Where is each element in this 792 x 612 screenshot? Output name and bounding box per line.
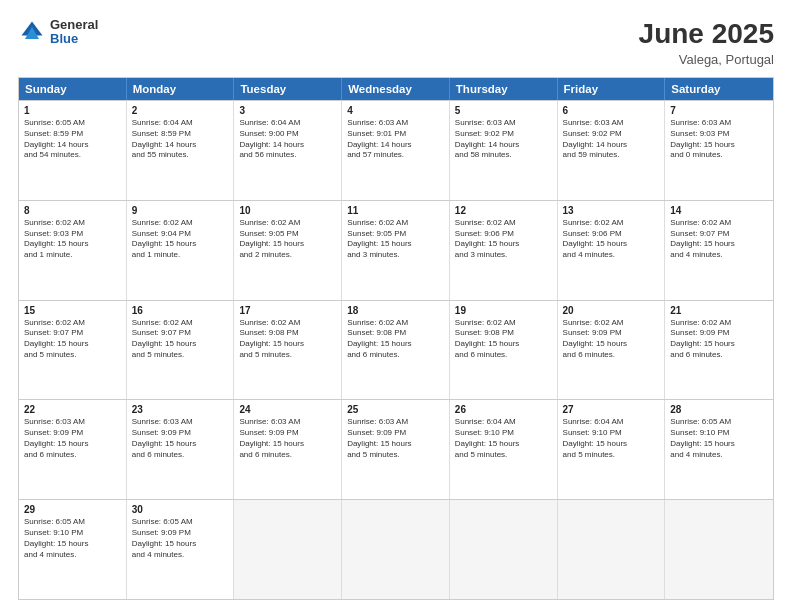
calendar-day-13: 13Sunrise: 6:02 AM Sunset: 9:06 PM Dayli… — [558, 201, 666, 300]
day-info: Sunrise: 6:04 AM Sunset: 8:59 PM Dayligh… — [132, 118, 229, 161]
calendar-empty-cell — [234, 500, 342, 599]
day-info: Sunrise: 6:03 AM Sunset: 9:09 PM Dayligh… — [24, 417, 121, 460]
calendar-day-14: 14Sunrise: 6:02 AM Sunset: 9:07 PM Dayli… — [665, 201, 773, 300]
calendar-header-sunday: Sunday — [19, 78, 127, 100]
calendar-day-29: 29Sunrise: 6:05 AM Sunset: 9:10 PM Dayli… — [19, 500, 127, 599]
day-number: 16 — [132, 305, 229, 316]
calendar-week-4: 22Sunrise: 6:03 AM Sunset: 9:09 PM Dayli… — [19, 399, 773, 499]
day-info: Sunrise: 6:03 AM Sunset: 9:02 PM Dayligh… — [563, 118, 660, 161]
day-info: Sunrise: 6:02 AM Sunset: 9:04 PM Dayligh… — [132, 218, 229, 261]
day-number: 3 — [239, 105, 336, 116]
calendar-day-20: 20Sunrise: 6:02 AM Sunset: 9:09 PM Dayli… — [558, 301, 666, 400]
day-info: Sunrise: 6:02 AM Sunset: 9:08 PM Dayligh… — [239, 318, 336, 361]
day-number: 24 — [239, 404, 336, 415]
calendar-day-21: 21Sunrise: 6:02 AM Sunset: 9:09 PM Dayli… — [665, 301, 773, 400]
day-number: 23 — [132, 404, 229, 415]
day-info: Sunrise: 6:04 AM Sunset: 9:10 PM Dayligh… — [455, 417, 552, 460]
day-number: 29 — [24, 504, 121, 515]
title-block: June 2025 Valega, Portugal — [639, 18, 774, 67]
logo-text: General Blue — [50, 18, 98, 47]
calendar-day-15: 15Sunrise: 6:02 AM Sunset: 9:07 PM Dayli… — [19, 301, 127, 400]
day-number: 6 — [563, 105, 660, 116]
day-number: 28 — [670, 404, 768, 415]
calendar-day-10: 10Sunrise: 6:02 AM Sunset: 9:05 PM Dayli… — [234, 201, 342, 300]
calendar-empty-cell — [558, 500, 666, 599]
day-info: Sunrise: 6:02 AM Sunset: 9:08 PM Dayligh… — [455, 318, 552, 361]
day-number: 12 — [455, 205, 552, 216]
calendar-header-monday: Monday — [127, 78, 235, 100]
day-info: Sunrise: 6:02 AM Sunset: 9:08 PM Dayligh… — [347, 318, 444, 361]
day-number: 18 — [347, 305, 444, 316]
page: General Blue June 2025 Valega, Portugal … — [0, 0, 792, 612]
logo: General Blue — [18, 18, 98, 47]
day-info: Sunrise: 6:02 AM Sunset: 9:07 PM Dayligh… — [24, 318, 121, 361]
title-location: Valega, Portugal — [639, 52, 774, 67]
calendar-day-2: 2Sunrise: 6:04 AM Sunset: 8:59 PM Daylig… — [127, 101, 235, 200]
calendar-day-8: 8Sunrise: 6:02 AM Sunset: 9:03 PM Daylig… — [19, 201, 127, 300]
calendar-day-3: 3Sunrise: 6:04 AM Sunset: 9:00 PM Daylig… — [234, 101, 342, 200]
calendar-day-5: 5Sunrise: 6:03 AM Sunset: 9:02 PM Daylig… — [450, 101, 558, 200]
day-info: Sunrise: 6:05 AM Sunset: 9:10 PM Dayligh… — [670, 417, 768, 460]
calendar-day-17: 17Sunrise: 6:02 AM Sunset: 9:08 PM Dayli… — [234, 301, 342, 400]
day-number: 17 — [239, 305, 336, 316]
calendar-day-24: 24Sunrise: 6:03 AM Sunset: 9:09 PM Dayli… — [234, 400, 342, 499]
day-number: 14 — [670, 205, 768, 216]
calendar-week-1: 1Sunrise: 6:05 AM Sunset: 8:59 PM Daylig… — [19, 100, 773, 200]
calendar-day-12: 12Sunrise: 6:02 AM Sunset: 9:06 PM Dayli… — [450, 201, 558, 300]
calendar-day-18: 18Sunrise: 6:02 AM Sunset: 9:08 PM Dayli… — [342, 301, 450, 400]
day-info: Sunrise: 6:03 AM Sunset: 9:01 PM Dayligh… — [347, 118, 444, 161]
calendar-empty-cell — [450, 500, 558, 599]
calendar-empty-cell — [665, 500, 773, 599]
calendar-header-tuesday: Tuesday — [234, 78, 342, 100]
day-info: Sunrise: 6:02 AM Sunset: 9:03 PM Dayligh… — [24, 218, 121, 261]
day-number: 10 — [239, 205, 336, 216]
day-info: Sunrise: 6:02 AM Sunset: 9:05 PM Dayligh… — [347, 218, 444, 261]
calendar-day-4: 4Sunrise: 6:03 AM Sunset: 9:01 PM Daylig… — [342, 101, 450, 200]
day-info: Sunrise: 6:03 AM Sunset: 9:09 PM Dayligh… — [132, 417, 229, 460]
day-info: Sunrise: 6:05 AM Sunset: 9:09 PM Dayligh… — [132, 517, 229, 560]
day-info: Sunrise: 6:02 AM Sunset: 9:05 PM Dayligh… — [239, 218, 336, 261]
calendar-day-19: 19Sunrise: 6:02 AM Sunset: 9:08 PM Dayli… — [450, 301, 558, 400]
day-number: 1 — [24, 105, 121, 116]
day-number: 26 — [455, 404, 552, 415]
day-number: 15 — [24, 305, 121, 316]
day-info: Sunrise: 6:02 AM Sunset: 9:07 PM Dayligh… — [670, 218, 768, 261]
calendar-day-26: 26Sunrise: 6:04 AM Sunset: 9:10 PM Dayli… — [450, 400, 558, 499]
day-info: Sunrise: 6:02 AM Sunset: 9:09 PM Dayligh… — [670, 318, 768, 361]
title-month: June 2025 — [639, 18, 774, 50]
day-number: 7 — [670, 105, 768, 116]
day-number: 5 — [455, 105, 552, 116]
header: General Blue June 2025 Valega, Portugal — [18, 18, 774, 67]
day-number: 25 — [347, 404, 444, 415]
day-info: Sunrise: 6:03 AM Sunset: 9:09 PM Dayligh… — [239, 417, 336, 460]
day-info: Sunrise: 6:05 AM Sunset: 8:59 PM Dayligh… — [24, 118, 121, 161]
logo-general-label: General — [50, 18, 98, 32]
logo-icon — [18, 18, 46, 46]
day-info: Sunrise: 6:02 AM Sunset: 9:07 PM Dayligh… — [132, 318, 229, 361]
calendar-day-28: 28Sunrise: 6:05 AM Sunset: 9:10 PM Dayli… — [665, 400, 773, 499]
day-number: 22 — [24, 404, 121, 415]
calendar-empty-cell — [342, 500, 450, 599]
day-info: Sunrise: 6:04 AM Sunset: 9:00 PM Dayligh… — [239, 118, 336, 161]
calendar-week-3: 15Sunrise: 6:02 AM Sunset: 9:07 PM Dayli… — [19, 300, 773, 400]
calendar-day-11: 11Sunrise: 6:02 AM Sunset: 9:05 PM Dayli… — [342, 201, 450, 300]
calendar-day-30: 30Sunrise: 6:05 AM Sunset: 9:09 PM Dayli… — [127, 500, 235, 599]
calendar-body: 1Sunrise: 6:05 AM Sunset: 8:59 PM Daylig… — [19, 100, 773, 599]
calendar-day-23: 23Sunrise: 6:03 AM Sunset: 9:09 PM Dayli… — [127, 400, 235, 499]
calendar-header-wednesday: Wednesday — [342, 78, 450, 100]
day-number: 9 — [132, 205, 229, 216]
day-number: 21 — [670, 305, 768, 316]
day-number: 20 — [563, 305, 660, 316]
calendar-header-friday: Friday — [558, 78, 666, 100]
day-number: 2 — [132, 105, 229, 116]
day-info: Sunrise: 6:02 AM Sunset: 9:06 PM Dayligh… — [455, 218, 552, 261]
day-info: Sunrise: 6:02 AM Sunset: 9:06 PM Dayligh… — [563, 218, 660, 261]
calendar-header: SundayMondayTuesdayWednesdayThursdayFrid… — [19, 78, 773, 100]
day-info: Sunrise: 6:02 AM Sunset: 9:09 PM Dayligh… — [563, 318, 660, 361]
calendar-day-25: 25Sunrise: 6:03 AM Sunset: 9:09 PM Dayli… — [342, 400, 450, 499]
calendar-week-5: 29Sunrise: 6:05 AM Sunset: 9:10 PM Dayli… — [19, 499, 773, 599]
calendar-day-16: 16Sunrise: 6:02 AM Sunset: 9:07 PM Dayli… — [127, 301, 235, 400]
calendar-day-6: 6Sunrise: 6:03 AM Sunset: 9:02 PM Daylig… — [558, 101, 666, 200]
calendar-header-thursday: Thursday — [450, 78, 558, 100]
day-number: 8 — [24, 205, 121, 216]
